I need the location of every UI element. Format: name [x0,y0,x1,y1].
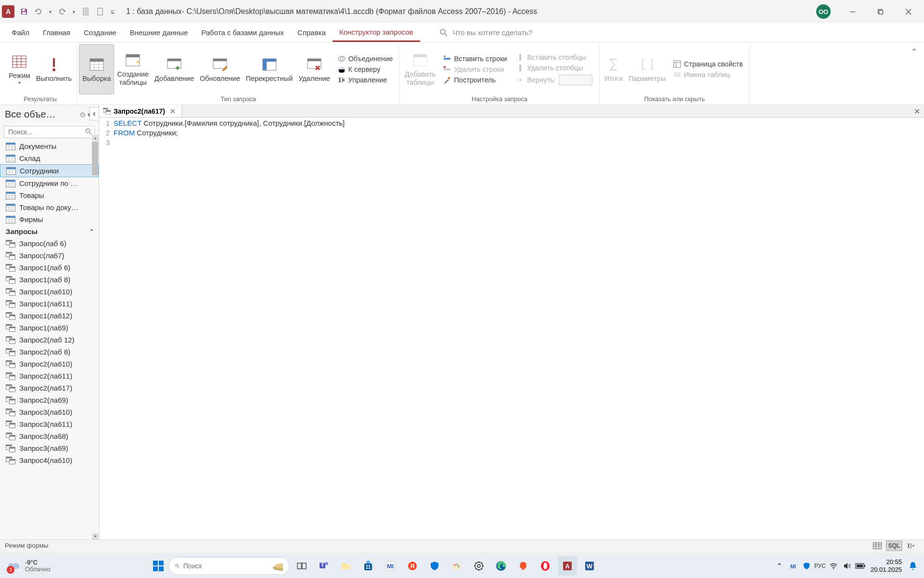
tray-chevron-icon[interactable]: ⌃ [773,558,786,574]
nav-list[interactable]: ДокументыСкладСотрудникиСотрудники по …Т… [0,140,99,539]
tab-help[interactable]: Справка [291,23,333,42]
edge-icon[interactable] [491,556,511,576]
nav-table-item[interactable]: Товары по доку… [0,201,99,213]
battery-icon[interactable] [854,558,867,574]
nav-query-item[interactable]: Запрос1(ла610) [0,286,99,298]
save-icon[interactable] [17,5,31,18]
view-button[interactable]: Режим ▾ [6,44,33,94]
yandex-icon[interactable]: Я [403,556,422,576]
nav-table-item[interactable]: Склад [0,152,99,164]
language-indicator[interactable]: РУС [814,558,826,574]
nav-table-item[interactable]: Фирмы [0,213,99,225]
property-sheet-button[interactable]: Страница свойств [671,59,744,69]
opera-icon[interactable] [536,556,555,576]
tab-external[interactable]: Внешние данные [123,23,195,42]
nav-query-item[interactable]: Запрос1(ла69) [0,322,99,334]
union-button[interactable]: Объединение [336,54,395,64]
nav-query-item[interactable]: Запрос3(ла610) [0,406,99,418]
store-icon[interactable] [359,556,378,576]
undo-dropdown-icon[interactable]: ▾ [46,9,54,14]
nav-table-item[interactable]: Документы [0,140,99,152]
data-def-button[interactable]: Управление [336,75,395,85]
tab-dbtools[interactable]: Работа с базами данных [194,23,291,42]
tab-home[interactable]: Главная [36,23,77,42]
crosstab-button[interactable]: Перекрестный [243,44,296,94]
tray-app-icon[interactable]: MI [787,558,799,574]
insert-rows-button[interactable]: Вставить строки [441,54,509,64]
nav-query-item[interactable]: Запрос1(лаб 6) [0,262,99,274]
maximize-button[interactable] [866,2,894,21]
brave-icon[interactable] [513,556,533,576]
search-icon[interactable] [85,128,92,135]
nav-query-item[interactable]: Запрос(лаб 6) [0,237,99,250]
run-button[interactable]: Выполнить [33,44,75,94]
nav-query-item[interactable]: Запрос2(ла617) [0,382,99,394]
teams-icon[interactable]: T [314,556,334,576]
tab-close-icon[interactable]: ✕ [168,107,178,115]
make-table-button[interactable]: Создание таблицы [114,44,151,94]
scroll-down-arrow-icon[interactable]: ▾ [92,533,98,539]
nav-query-item[interactable]: Запрос1(лаб 8) [0,274,99,286]
nav-query-item[interactable]: Запрос3(ла68) [0,430,99,442]
clock[interactable]: 20:55 20.01.2025 [868,558,905,573]
collapse-ribbon-icon[interactable]: ⌃ [908,44,920,59]
design-view-button[interactable] [903,540,919,551]
nav-search-input[interactable] [4,126,95,138]
touch-mode-icon[interactable] [93,5,107,18]
minimize-button[interactable] [838,2,866,21]
nav-title[interactable]: Все объе… [5,109,56,120]
nav-query-item[interactable]: Запрос2(ла610) [0,358,99,370]
nav-query-item[interactable]: Запрос3(ла69) [0,442,99,454]
start-button[interactable] [151,558,166,574]
close-button[interactable] [894,2,922,21]
security-icon[interactable] [425,556,444,576]
append-button[interactable]: Добавление [152,44,197,94]
redo-dropdown-icon[interactable]: ▾ [70,9,78,14]
passthrough-button[interactable]: К серверу [336,65,395,74]
nav-table-item[interactable]: Сотрудники [0,164,99,177]
tell-me-search[interactable]: Что вы хотите сделать? [439,23,533,42]
notifications-icon[interactable] [906,559,920,573]
nav-query-item[interactable]: Запрос1(ла612) [0,310,99,322]
code-area[interactable]: SELECT Сотрудники.[Фамилия сотрудника], … [114,118,924,539]
settings-icon[interactable] [469,556,488,576]
nav-query-item[interactable]: Запрос3(ла611) [0,418,99,430]
nav-query-item[interactable]: Запрос(ла67) [0,250,99,262]
word-icon[interactable]: W [580,556,599,576]
nav-table-item[interactable]: Сотрудники по … [0,177,99,189]
file-icon[interactable] [79,5,92,18]
delete-button[interactable]: Удаление [295,44,333,94]
weather-widget[interactable]: 3 -9°С Облачно [4,559,54,573]
nav-query-item[interactable]: Запрос2(лаб 12) [0,334,99,346]
paint-icon[interactable] [447,556,466,576]
nav-query-item[interactable]: Запрос4(ла610) [0,454,99,466]
nav-collapse-button[interactable]: ‹ [90,107,99,120]
nav-query-item[interactable]: Запрос2(ла611) [0,370,99,382]
update-button[interactable]: Обновление [197,44,243,94]
app-icon-m[interactable]: MI [381,556,400,576]
tab-create[interactable]: Создание [77,23,123,42]
sql-editor[interactable]: 123 SELECT Сотрудники.[Фамилия сотрудник… [99,118,924,539]
nav-query-item[interactable]: Запрос2(лаб 8) [0,346,99,358]
builder-button[interactable]: Построитель [441,75,509,85]
qat-customize-icon[interactable]: ⋤ [108,9,117,14]
nav-queries-header[interactable]: Запросы⌃ [0,225,99,237]
nav-query-item[interactable]: Запрос1(ла611) [0,298,99,310]
close-all-tabs-icon[interactable]: ✕ [910,105,924,117]
datasheet-view-button[interactable] [869,540,886,551]
select-query-button[interactable]: Выборка [79,44,114,94]
task-view-icon[interactable] [292,556,311,576]
scroll-up-arrow-icon[interactable]: ▴ [92,135,98,141]
wifi-icon[interactable] [827,558,840,574]
redo-icon[interactable] [55,5,69,18]
tab-query-design[interactable]: Конструктор запросов [333,23,420,42]
undo-icon[interactable] [32,5,45,18]
tab-file[interactable]: Файл [5,23,36,42]
doc-tab[interactable]: Запрос2(ла617) ✕ [99,105,182,117]
scrollbar-thumb[interactable] [92,142,98,175]
volume-icon[interactable] [841,558,853,574]
nav-query-item[interactable]: Запрос2(ла69) [0,394,99,406]
sql-view-button[interactable]: SQL [886,540,902,551]
taskbar-search[interactable] [169,557,289,575]
taskbar-search-input[interactable] [183,562,268,570]
